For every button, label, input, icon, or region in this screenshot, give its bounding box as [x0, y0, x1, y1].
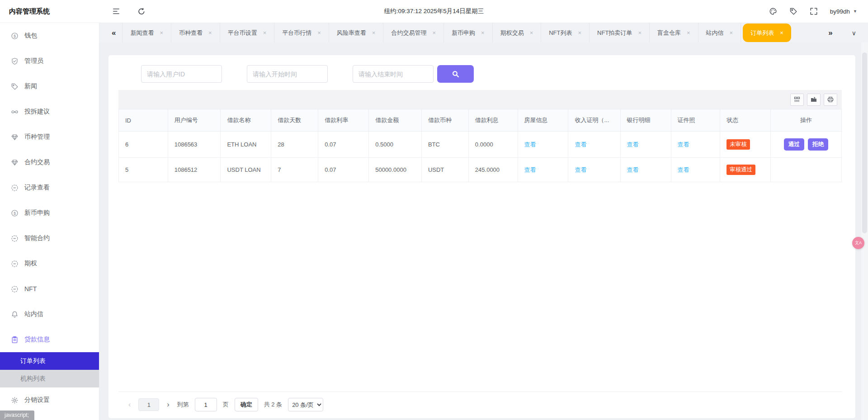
tab-币种查看[interactable]: 币种查看× [171, 23, 220, 42]
topbar-right-actions: by99dh ▼ [769, 7, 868, 15]
close-icon[interactable]: × [687, 29, 690, 36]
table-cell: USDT [421, 158, 468, 182]
confirm-page-button[interactable]: 确定 [235, 398, 258, 411]
column-header: 证件照 [671, 109, 720, 132]
user-id-input[interactable] [141, 65, 222, 83]
sidebar-item-新闻[interactable]: 新闻 [0, 74, 99, 99]
table-cell: BTC [421, 132, 468, 158]
bell-icon [11, 311, 19, 318]
shield-check-icon [11, 57, 19, 65]
order-list-panel: ID用户编号借款名称借款天数借款利率借款金额借款币种借款利息房屋信息收入证明（.… [108, 55, 855, 418]
scrollbar-thumb[interactable] [862, 52, 867, 233]
table-toolbar [118, 90, 842, 109]
sidebar-item-label: 记录查看 [24, 184, 50, 192]
close-icon[interactable]: × [317, 29, 321, 36]
view-link[interactable]: 查看 [627, 166, 639, 173]
scroll-tabs-right-button[interactable]: » [823, 28, 838, 38]
scroll-tabs-left-button[interactable]: « [99, 28, 123, 38]
close-icon[interactable]: × [263, 29, 267, 36]
sidebar-item-label: 分销设置 [24, 396, 50, 404]
status-badge: 审核通过 [726, 165, 755, 175]
sidebar-item-期权[interactable]: 期权 [0, 251, 99, 276]
sidebar-item-新币申购[interactable]: $新币申购 [0, 200, 99, 226]
tab-NFT列表[interactable]: NFT列表× [541, 23, 590, 42]
end-time-input[interactable] [353, 65, 434, 83]
table-cell: 0.07 [318, 158, 369, 182]
view-link[interactable]: 查看 [524, 141, 536, 148]
columns-grid-button[interactable] [790, 94, 804, 106]
printer-button[interactable] [824, 94, 837, 106]
start-time-input[interactable] [247, 65, 328, 83]
user-menu[interactable]: by99dh ▼ [830, 8, 857, 15]
sidebar-subitem-机构列表[interactable]: 机构列表 [0, 370, 99, 387]
sidebar-item-记录查看[interactable]: 记录查看 [0, 175, 99, 200]
tab-盲盒仓库[interactable]: 盲盒仓库× [649, 23, 698, 42]
goto-page-input[interactable] [195, 398, 217, 411]
close-icon[interactable]: × [578, 29, 582, 36]
action-button-拒绝[interactable]: 拒绝 [808, 138, 828, 151]
world-clock: 纽约:09:37:12 2025年5月14日星期三 [384, 7, 484, 15]
close-icon[interactable]: × [208, 29, 212, 36]
sidebar-item-管理员[interactable]: 管理员 [0, 48, 99, 74]
sidebar-item-投拆建议[interactable]: 投拆建议 [0, 99, 99, 124]
tab-平台币设置[interactable]: 平台币设置× [220, 23, 275, 42]
sidebar-item-合约交易[interactable]: 合约交易 [0, 150, 99, 175]
tab-label: 风险率查看 [337, 29, 366, 37]
view-link[interactable]: 查看 [627, 141, 639, 148]
sidebar-item-NFT[interactable]: NFT [0, 276, 99, 302]
page-number-button[interactable]: 1 [138, 398, 159, 411]
sidebar-item-贷款信息[interactable]: 贷款信息 [0, 327, 99, 352]
tab-平台币行情[interactable]: 平台币行情× [274, 23, 329, 42]
tab-list-dropdown[interactable]: ∨ [852, 29, 856, 37]
close-icon[interactable]: × [160, 29, 163, 36]
floating-translate-button[interactable]: 文A [852, 237, 864, 249]
tab-风险率查看[interactable]: 风险率查看× [329, 23, 384, 42]
column-header: 房屋信息 [518, 109, 568, 132]
palette-button[interactable] [769, 7, 777, 15]
tab-新币申购[interactable]: 新币申购× [443, 23, 493, 42]
view-link[interactable]: 查看 [575, 141, 586, 148]
view-link[interactable]: 查看 [678, 141, 689, 148]
tab-新闻查看[interactable]: 新闻查看× [122, 23, 171, 42]
tab-站内信[interactable]: 站内信× [698, 23, 741, 42]
close-icon[interactable]: × [530, 29, 533, 36]
tab-期权交易[interactable]: 期权交易× [492, 23, 542, 42]
sidebar-item-分销设置[interactable]: 分销设置 [0, 387, 99, 413]
close-icon[interactable]: × [481, 29, 485, 36]
refresh-button[interactable] [137, 7, 146, 15]
view-link[interactable]: 查看 [678, 166, 689, 173]
next-page-button[interactable]: › [165, 401, 171, 409]
tab-订单列表[interactable]: 订单列表× [743, 24, 791, 42]
sidebar-item-站内信[interactable]: 站内信 [0, 302, 99, 327]
close-icon[interactable]: × [730, 29, 733, 36]
column-header: 借款利息 [468, 109, 518, 132]
action-button-通过[interactable]: 通过 [784, 138, 804, 151]
table-cell: 查看 [568, 132, 620, 158]
close-icon[interactable]: × [780, 29, 783, 36]
table-cell: 查看 [518, 132, 568, 158]
table-header-row: ID用户编号借款名称借款天数借款利率借款金额借款币种借款利息房屋信息收入证明（.… [119, 109, 842, 132]
view-link[interactable]: 查看 [524, 166, 536, 173]
close-icon[interactable]: × [432, 29, 436, 36]
sidebar-item-币种管理[interactable]: 币种管理 [0, 124, 99, 150]
close-icon[interactable]: × [638, 29, 642, 36]
table-cell: 查看 [518, 158, 568, 182]
tab-label: 新币申购 [452, 29, 475, 37]
sidebar-item-label: 期权 [24, 260, 37, 268]
view-link[interactable]: 查看 [575, 166, 586, 173]
menu-fold-button[interactable] [112, 7, 120, 15]
fullscreen-button[interactable] [810, 7, 818, 15]
sidebar-item-钱包[interactable]: $钱包 [0, 23, 99, 48]
tab-合约交易管理[interactable]: 合约交易管理× [383, 23, 444, 42]
close-icon[interactable]: × [372, 29, 376, 36]
sidebar-item-label: 新闻 [24, 82, 37, 90]
search-button[interactable] [437, 65, 474, 83]
prev-page-button[interactable]: ‹ [127, 401, 132, 409]
page-size-select[interactable]: 20 条/页 [288, 398, 323, 411]
tab-NFT拍卖订单[interactable]: NFT拍卖订单× [589, 23, 650, 42]
sidebar-subitem-订单列表[interactable]: 订单列表 [0, 352, 99, 370]
sidebar-item-智能合约[interactable]: 智能合约 [0, 226, 99, 251]
export-button[interactable] [807, 94, 821, 106]
tag-button[interactable] [789, 7, 797, 15]
tab-label: 新闻查看 [130, 29, 154, 37]
